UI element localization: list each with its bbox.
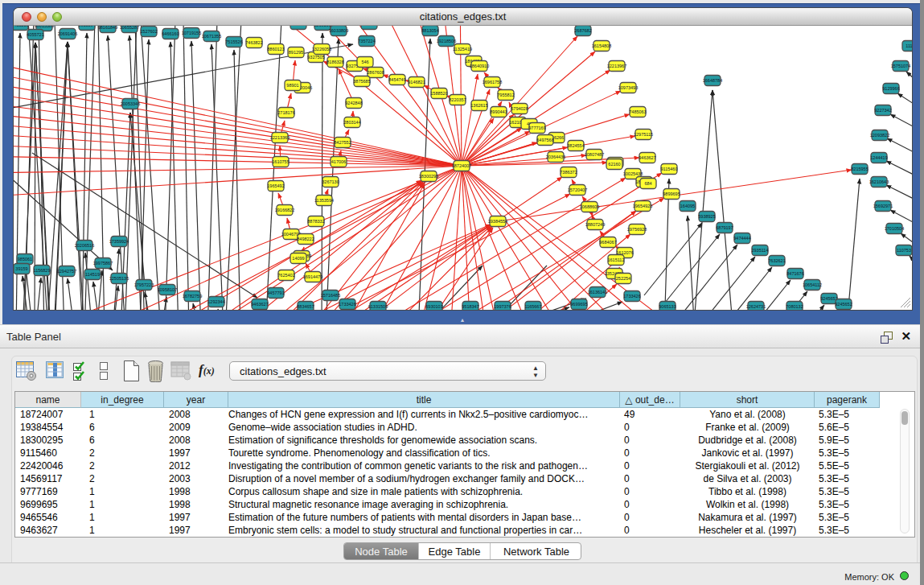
svg-text:8813054: 8813054	[421, 28, 438, 33]
svg-text:12505135: 12505135	[109, 276, 129, 281]
svg-text:9269166: 9269166	[314, 26, 331, 27]
svg-text:10671355: 10671355	[202, 34, 221, 39]
svg-text:20053346: 20053346	[121, 101, 140, 106]
svg-text:9777169: 9777169	[528, 126, 545, 130]
svg-text:2687682: 2687682	[574, 28, 591, 33]
svg-text:1527602: 1527602	[140, 29, 157, 34]
svg-text:16210643: 16210643	[869, 179, 889, 184]
svg-text:19218506: 19218506	[437, 39, 456, 43]
svg-text:3267130: 3267130	[322, 179, 339, 184]
svg-text:14099: 14099	[292, 256, 304, 261]
svg-text:9699695: 9699695	[570, 302, 587, 307]
svg-text:8220357: 8220357	[449, 97, 466, 102]
svg-text:85328710: 85328710	[289, 26, 308, 27]
svg-text:1112: 1112	[906, 43, 912, 48]
svg-text:8471676: 8471676	[786, 271, 803, 276]
svg-text:12213369: 12213369	[270, 135, 290, 140]
svg-text:1165667: 1165667	[524, 304, 541, 309]
svg-text:9463627: 9463627	[251, 302, 268, 307]
svg-text:7955812: 7955812	[497, 93, 514, 97]
svg-text:1292344: 1292344	[207, 299, 224, 304]
svg-text:16782759: 16782759	[183, 294, 202, 299]
svg-text:12213967: 12213967	[607, 64, 626, 68]
svg-text:90013389: 90013389	[35, 26, 54, 28]
svg-text:18807249: 18807249	[585, 222, 605, 227]
svg-text:7632621: 7632621	[768, 258, 785, 263]
svg-text:20691406: 20691406	[58, 31, 77, 36]
svg-text:9463627: 9463627	[639, 155, 655, 160]
svg-text:4055721: 4055721	[27, 32, 43, 37]
svg-text:12942757: 12942757	[57, 269, 76, 274]
svg-text:18640910: 18640910	[470, 64, 489, 68]
svg-text:7463822: 7463822	[245, 40, 262, 45]
svg-text:7515526: 7515526	[225, 39, 242, 44]
svg-text:16648784: 16648784	[703, 78, 722, 83]
svg-text:1244419: 1244419	[870, 155, 887, 160]
svg-text:8215955: 8215955	[851, 167, 868, 171]
svg-text:19384554: 19384554	[488, 219, 507, 224]
svg-text:11325419: 11325419	[453, 47, 472, 51]
svg-text:20364436: 20364436	[546, 154, 565, 159]
svg-text:16914479: 16914479	[303, 274, 322, 279]
svg-text:8878332: 8878332	[307, 219, 324, 224]
svg-text:12624731: 12624731	[746, 304, 766, 309]
svg-text:2935114: 2935114	[751, 248, 768, 253]
svg-text:15692971: 15692971	[873, 204, 893, 208]
svg-text:12093822: 12093822	[870, 133, 889, 138]
svg-text:2803144: 2803144	[343, 120, 360, 125]
svg-text:1588520: 1588520	[430, 91, 447, 96]
svg-text:8990443: 8990443	[490, 109, 507, 114]
svg-text:19654923: 19654923	[633, 204, 652, 208]
svg-text:110753: 110753	[897, 248, 911, 253]
svg-text:417006: 417006	[331, 159, 346, 164]
svg-text:10025438: 10025438	[623, 171, 643, 176]
svg-text:1615112: 1615112	[607, 257, 624, 262]
svg-text:39159: 39159	[15, 266, 27, 271]
svg-text:1997376: 1997376	[494, 304, 511, 309]
svg-text:2718176: 2718176	[277, 110, 294, 115]
svg-text:891295: 891295	[289, 50, 303, 55]
svg-text:18724007: 18724007	[452, 163, 471, 168]
svg-text:10688609: 10688609	[580, 204, 599, 209]
svg-text:62160: 62160	[608, 162, 620, 167]
svg-text:1610755: 1610755	[272, 159, 289, 164]
svg-text:1362615: 1362615	[470, 103, 487, 108]
svg-text:9245652: 9245652	[820, 296, 837, 301]
svg-text:9129966: 9129966	[882, 86, 899, 91]
svg-text:16033809: 16033809	[329, 28, 348, 33]
svg-text:9242848: 9242848	[345, 101, 362, 105]
svg-text:18300295: 18300295	[419, 174, 438, 179]
svg-text:15720407: 15720407	[568, 187, 587, 192]
svg-text:17359924: 17359924	[109, 239, 129, 244]
svg-text:9227342: 9227342	[874, 108, 891, 113]
svg-text:164095: 164095	[680, 204, 695, 208]
svg-text:98901: 98901	[286, 83, 298, 88]
svg-text:1733426: 1733426	[339, 302, 355, 307]
svg-text:6879197: 6879197	[716, 225, 733, 230]
svg-text:98932528: 98932528	[359, 26, 379, 27]
svg-text:10719155: 10719155	[182, 31, 201, 35]
svg-text:7485063: 7485063	[629, 109, 646, 114]
svg-text:8498222: 8498222	[297, 237, 314, 241]
svg-text:7625402: 7625402	[277, 273, 294, 278]
svg-text:17957223: 17957223	[134, 282, 154, 287]
svg-text:1733426: 1733426	[623, 294, 640, 299]
svg-text:16136141: 16136141	[588, 290, 607, 295]
svg-text:114519: 114519	[85, 272, 100, 277]
svg-text:7386372: 7386372	[560, 170, 577, 175]
svg-text:9899695: 9899695	[663, 192, 680, 196]
svg-text:8186328: 8186328	[326, 60, 343, 64]
svg-text:985061: 985061	[18, 257, 32, 262]
svg-text:19756928: 19756928	[627, 227, 647, 232]
svg-text:9146821: 9146821	[408, 80, 425, 84]
svg-text:12975115: 12975115	[634, 132, 653, 137]
svg-text:6930103: 6930103	[425, 304, 442, 309]
svg-text:98161849: 98161849	[98, 26, 117, 30]
svg-text:15751074: 15751074	[891, 64, 910, 68]
svg-text:9065133: 9065133	[659, 304, 676, 309]
svg-text:2867608: 2867608	[367, 70, 384, 75]
svg-text:684: 684	[644, 181, 651, 186]
svg-text:9433218: 9433218	[14, 26, 29, 27]
svg-text:5938925: 5938925	[698, 214, 715, 219]
svg-text:10958107: 10958107	[158, 287, 177, 292]
